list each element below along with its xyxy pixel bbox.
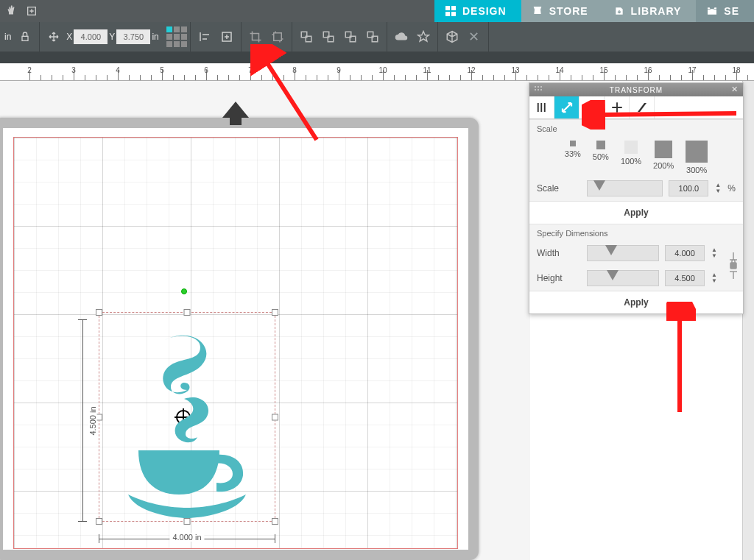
scale-percent-label: %: [727, 183, 736, 194]
transform-panel: TRANSFORM ✕ Scale 33%50%100%200%300% Sca…: [529, 82, 744, 314]
svg-point-20: [538, 89, 539, 91]
tab-send-label: SE: [724, 5, 739, 17]
panel-tab-shear[interactable]: [630, 96, 655, 118]
load-arrow-icon: [222, 102, 249, 118]
tab-library[interactable]: LIBRARY: [603, 0, 697, 22]
x-position-input[interactable]: [74, 29, 108, 44]
main-tab-bar: DESIGN STORE LIBRARY SE: [0, 0, 754, 22]
svg-point-16: [535, 86, 536, 88]
scale-preset-50%[interactable]: 50%: [593, 141, 609, 174]
panel-tab-rotate[interactable]: [579, 96, 605, 118]
width-spinner[interactable]: ▲▼: [711, 247, 718, 259]
height-value-input[interactable]: [665, 270, 705, 286]
lock-icon[interactable]: [14, 26, 36, 48]
y-label: Y: [109, 32, 115, 42]
replicate-d-icon[interactable]: [362, 26, 384, 48]
resize-handle[interactable]: [272, 414, 278, 420]
tab-design[interactable]: DESIGN: [434, 0, 521, 22]
scale-preset-300%[interactable]: 300%: [686, 141, 708, 174]
scale-spinner[interactable]: ▲▼: [714, 182, 722, 194]
svg-rect-3: [445, 12, 450, 16]
scale-apply-button[interactable]: Apply: [529, 201, 743, 224]
replicate-c-icon[interactable]: [339, 26, 362, 48]
scale-preset-label: 100%: [621, 157, 641, 166]
annotation-arrow-3: [666, 302, 696, 419]
width-indicator: 4.000 in: [99, 531, 275, 546]
position-unit: in: [152, 32, 158, 42]
width-indicator-label: 4.000 in: [169, 533, 204, 542]
tab-send[interactable]: SE: [696, 0, 754, 22]
crop-alt-icon[interactable]: [267, 26, 289, 48]
height-label: Height: [537, 273, 581, 283]
cloud-icon[interactable]: [390, 26, 412, 48]
tab-store-label: STORE: [549, 5, 588, 17]
panel-titlebar[interactable]: TRANSFORM ✕: [529, 83, 743, 96]
resize-handle[interactable]: [96, 518, 102, 525]
x-label: X: [66, 32, 72, 42]
move-icon[interactable]: [43, 26, 65, 48]
resize-handle[interactable]: [272, 309, 278, 316]
tab-library-label: LIBRARY: [631, 5, 682, 17]
close-options-icon[interactable]: ✕: [463, 26, 485, 48]
scale-label: Scale: [537, 183, 581, 194]
design-artwork[interactable]: [113, 334, 261, 522]
panel-tab-scale[interactable]: [554, 96, 579, 118]
panel-grip-icon[interactable]: [534, 85, 543, 94]
panel-close-icon[interactable]: ✕: [731, 85, 739, 94]
panel-tab-move[interactable]: [605, 96, 630, 118]
scale-preset-100%[interactable]: 100%: [621, 141, 641, 174]
scale-preset-label: 50%: [593, 152, 609, 161]
position-swatches[interactable]: [166, 26, 187, 47]
height-indicator: 4.500 in: [75, 319, 90, 522]
scale-value-input[interactable]: [669, 180, 708, 196]
rotation-handle[interactable]: [181, 288, 187, 294]
resize-handle[interactable]: [272, 518, 278, 525]
height-spinner[interactable]: ▲▼: [711, 272, 718, 284]
width-slider[interactable]: [587, 245, 659, 261]
scale-preset-label: 33%: [565, 149, 581, 158]
scale-presets: 33%50%100%200%300%: [529, 136, 743, 176]
replicate-a-icon[interactable]: [295, 26, 317, 48]
svg-rect-2: [451, 6, 456, 10]
transform-panel-icon[interactable]: [216, 26, 238, 48]
svg-rect-7: [273, 33, 281, 41]
tab-design-label: DESIGN: [462, 5, 507, 17]
y-position-input[interactable]: [116, 29, 150, 44]
tab-store[interactable]: STORE: [521, 0, 603, 22]
resize-handle[interactable]: [96, 309, 102, 316]
svg-rect-4: [451, 12, 456, 16]
svg-point-18: [540, 86, 542, 88]
crop-icon[interactable]: [244, 26, 267, 48]
star-icon[interactable]: [412, 26, 434, 48]
svg-rect-1: [445, 6, 450, 10]
panel-tab-align[interactable]: [529, 96, 554, 118]
width-label: Width: [537, 248, 581, 258]
dimensions-apply-button[interactable]: Apply: [529, 291, 743, 313]
svg-point-19: [535, 89, 536, 91]
panel-title: TRANSFORM: [610, 86, 663, 94]
width-value-input[interactable]: [665, 245, 705, 261]
scale-preset-33%[interactable]: 33%: [565, 141, 581, 174]
scale-preset-200%[interactable]: 200%: [653, 141, 674, 174]
align-panel-icon[interactable]: [194, 26, 216, 48]
3d-icon[interactable]: [441, 26, 463, 48]
hand-tool-icon[interactable]: [3, 3, 19, 19]
options-left-unit: in: [4, 32, 11, 42]
svg-rect-5: [22, 36, 28, 40]
resize-handle[interactable]: [184, 309, 191, 316]
svg-point-17: [538, 86, 539, 88]
aspect-lock-icon[interactable]: [728, 251, 739, 280]
scale-preset-label: 300%: [686, 166, 707, 174]
height-indicator-label: 4.500 in: [88, 403, 97, 438]
scale-slider[interactable]: [587, 180, 663, 196]
new-doc-icon[interactable]: [24, 3, 40, 19]
height-slider[interactable]: [587, 270, 659, 286]
workspace[interactable]: 4.500 in 4.000 in: [0, 81, 530, 560]
vertical-scrollbar[interactable]: [742, 81, 754, 560]
dark-strip: [0, 52, 754, 63]
svg-point-21: [540, 89, 542, 91]
dimensions-section-header: Specify Dimensions: [529, 224, 743, 241]
replicate-b-icon[interactable]: [317, 26, 339, 48]
horizontal-ruler: 23456789101112131415161718: [0, 63, 754, 81]
scale-preset-label: 200%: [653, 161, 674, 170]
